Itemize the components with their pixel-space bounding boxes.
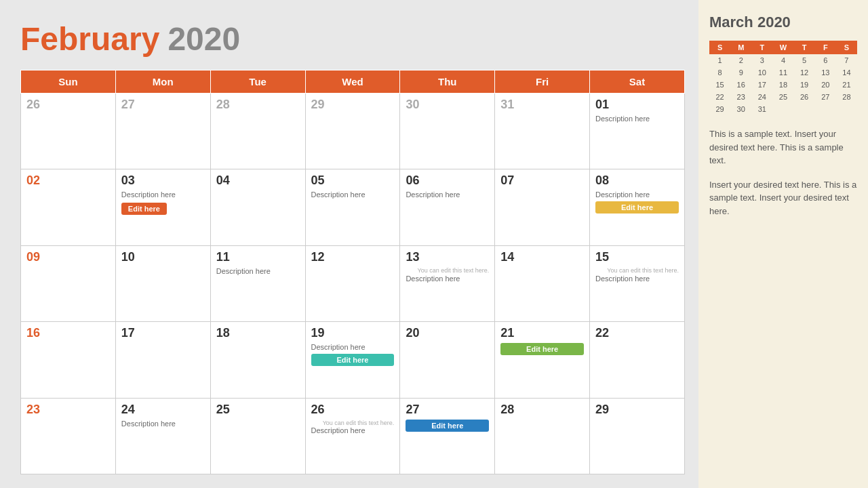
day-number: 27 bbox=[406, 403, 489, 417]
day-number: 24 bbox=[121, 403, 205, 417]
calendar-week-3: 16171819Description hereEdit here2021Edi… bbox=[21, 322, 685, 398]
day-number: 23 bbox=[26, 403, 110, 417]
calendar-day: 14 bbox=[495, 245, 590, 321]
calendar-day: 21Edit here bbox=[495, 322, 590, 398]
mini-cal-day: 13 bbox=[815, 66, 836, 79]
mini-cal-day: 1 bbox=[709, 54, 730, 66]
mini-cal-day: 27 bbox=[815, 91, 836, 103]
weekday-header-wed: Wed bbox=[305, 70, 400, 94]
mini-cal-day: 21 bbox=[836, 79, 857, 91]
mini-cal-header: S bbox=[836, 41, 857, 54]
edit-button[interactable]: Edit here bbox=[406, 420, 489, 432]
day-number: 29 bbox=[595, 403, 679, 417]
day-number: 01 bbox=[595, 98, 679, 112]
calendar-day: 10 bbox=[115, 245, 210, 321]
mini-cal-day bbox=[836, 103, 857, 115]
description-text: Description here bbox=[311, 343, 395, 351]
calendar-day: 28 bbox=[210, 94, 305, 169]
mini-cal-day: 4 bbox=[772, 54, 793, 66]
edit-note: You can edit this text here. bbox=[406, 267, 489, 274]
title-month: February bbox=[20, 20, 159, 58]
calendar-day: 26 bbox=[21, 94, 116, 169]
calendar-day: 26You can edit this text here.Descriptio… bbox=[305, 398, 400, 474]
mini-cal-day: 28 bbox=[836, 91, 857, 103]
day-number: 09 bbox=[26, 250, 110, 264]
mini-cal-day: 20 bbox=[815, 79, 836, 91]
calendar-day: 17 bbox=[115, 322, 210, 398]
calendar-day: 24Description here bbox=[115, 398, 210, 474]
day-number: 30 bbox=[406, 98, 489, 112]
day-number: 05 bbox=[311, 174, 395, 188]
edit-button[interactable]: Edit here bbox=[595, 201, 679, 214]
description-text: Description here bbox=[595, 190, 679, 199]
calendar-day: 22 bbox=[590, 322, 685, 398]
mini-cal-day: 9 bbox=[730, 66, 751, 79]
edit-button[interactable]: Edit here bbox=[121, 203, 167, 215]
edit-button[interactable]: Edit here bbox=[500, 343, 584, 355]
mini-cal-day: 25 bbox=[772, 91, 793, 103]
calendar-day: 27Edit here bbox=[400, 398, 495, 474]
calendar-day: 03Description hereEdit here bbox=[115, 169, 210, 245]
description-text: Description here bbox=[311, 190, 395, 199]
calendar-day: 19Description hereEdit here bbox=[305, 322, 400, 398]
weekday-header-mon: Mon bbox=[115, 70, 210, 94]
day-number: 21 bbox=[500, 326, 584, 340]
description-text: Description here bbox=[121, 420, 205, 428]
day-number: 20 bbox=[406, 326, 489, 340]
mini-cal-day: 17 bbox=[751, 79, 772, 91]
edit-note: You can edit this text here. bbox=[595, 267, 679, 274]
mini-cal-day: 12 bbox=[794, 66, 815, 79]
mini-cal-day: 11 bbox=[772, 66, 793, 79]
calendar-day: 27 bbox=[115, 94, 210, 169]
day-number: 31 bbox=[500, 98, 584, 112]
calendar-day: 31 bbox=[495, 94, 590, 169]
weekday-header-fri: Fri bbox=[495, 70, 590, 94]
calendar-day: 04 bbox=[210, 169, 305, 245]
mini-cal-day: 24 bbox=[751, 91, 772, 103]
day-number: 15 bbox=[595, 250, 679, 264]
mini-cal-header: F bbox=[815, 41, 836, 54]
edit-button[interactable]: Edit here bbox=[311, 354, 395, 366]
description-text: Description here bbox=[406, 274, 489, 283]
calendar-day: 20 bbox=[400, 322, 495, 398]
sidebar-text1: This is a sample text. Insert your desir… bbox=[709, 127, 857, 167]
mini-cal-header: T bbox=[751, 41, 772, 54]
calendar-day: 23 bbox=[21, 398, 116, 474]
calendar-week-2: 091011Description here1213You can edit t… bbox=[21, 245, 685, 321]
calendar-day: 29 bbox=[305, 94, 400, 169]
calendar-day: 06Description here bbox=[400, 169, 495, 245]
calendar-day: 13You can edit this text here.Descriptio… bbox=[400, 245, 495, 321]
mini-cal-header: W bbox=[772, 41, 793, 54]
calendar-body: 26272829303101Description here0203Descri… bbox=[21, 94, 685, 474]
day-number: 02 bbox=[26, 174, 110, 188]
day-number: 08 bbox=[595, 174, 679, 188]
calendar-day: 28 bbox=[495, 398, 590, 474]
description-text: Description here bbox=[406, 190, 489, 199]
edit-note: You can edit this text here. bbox=[311, 420, 395, 427]
mini-cal-day: 22 bbox=[709, 91, 730, 103]
calendar-day: 09 bbox=[21, 245, 116, 321]
calendar-day: 25 bbox=[210, 398, 305, 474]
description-text: Description here bbox=[216, 267, 300, 275]
description-text: Description here bbox=[595, 115, 679, 123]
mini-cal-day: 30 bbox=[730, 103, 751, 115]
day-number: 22 bbox=[595, 326, 679, 340]
weekday-header-tue: Tue bbox=[210, 70, 305, 94]
mini-cal-day: 8 bbox=[709, 66, 730, 79]
mini-cal-day bbox=[794, 103, 815, 115]
weekday-header-sat: Sat bbox=[590, 70, 685, 94]
mini-cal-day: 14 bbox=[836, 66, 857, 79]
mini-cal-header: T bbox=[794, 41, 815, 54]
calendar-week-1: 0203Description hereEdit here0405Descrip… bbox=[21, 169, 685, 245]
mini-cal-day: 29 bbox=[709, 103, 730, 115]
calendar-day: 16 bbox=[21, 322, 116, 398]
mini-cal-day: 3 bbox=[751, 54, 772, 66]
calendar-day: 08Description hereEdit here bbox=[590, 169, 685, 245]
day-number: 16 bbox=[26, 326, 110, 340]
day-number: 07 bbox=[500, 174, 584, 188]
calendar-day: 11Description here bbox=[210, 245, 305, 321]
day-number: 26 bbox=[311, 403, 395, 417]
day-number: 14 bbox=[500, 250, 584, 264]
description-text: Description here bbox=[595, 274, 679, 283]
calendar-day: 15You can edit this text here.Descriptio… bbox=[590, 245, 685, 321]
